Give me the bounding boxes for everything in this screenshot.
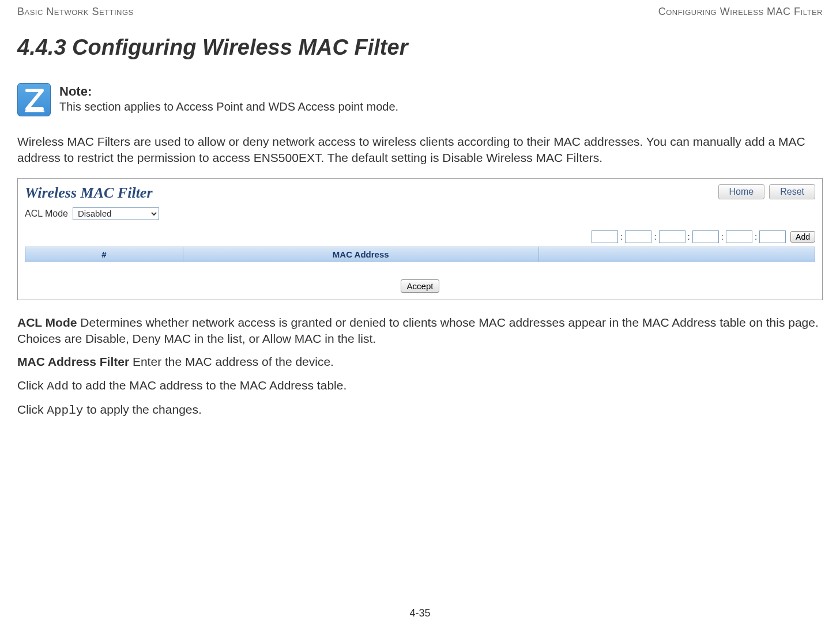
- mac-octet-1[interactable]: [592, 230, 618, 243]
- colon-separator: :: [721, 232, 724, 241]
- mac-octet-2[interactable]: [625, 230, 651, 243]
- note-block: Note: This section applies to Access Poi…: [17, 83, 823, 116]
- acl-mode-description: ACL Mode Determines whether network acce…: [17, 315, 823, 347]
- add-instruction-post: to add the MAC address to the MAC Addres…: [69, 379, 346, 392]
- mac-input-row: : : : : : Add: [25, 230, 815, 243]
- acl-mode-label: ACL Mode: [25, 209, 68, 219]
- add-button[interactable]: Add: [790, 231, 815, 243]
- header-left: Basic Network Settings: [17, 6, 134, 18]
- section-heading: 4.4.3 Configuring Wireless MAC Filter: [17, 35, 823, 60]
- acl-mode-desc-label: ACL Mode: [17, 316, 77, 329]
- note-title: Note:: [59, 84, 398, 99]
- colon-separator: :: [688, 232, 690, 241]
- intro-paragraph: Wireless MAC Filters are used to allow o…: [17, 134, 823, 167]
- mac-octet-6[interactable]: [759, 230, 786, 243]
- mac-address-table: # MAC Address: [25, 247, 815, 262]
- note-body: This section applies to Access Point and…: [59, 100, 398, 114]
- table-header-index: #: [25, 247, 183, 262]
- note-icon: [17, 83, 51, 116]
- table-header-action: [538, 247, 815, 262]
- add-instruction-mono: Add: [47, 380, 69, 393]
- mac-octet-4[interactable]: [692, 230, 719, 243]
- panel-title: Wireless MAC Filter: [25, 184, 153, 202]
- mac-octet-5[interactable]: [726, 230, 752, 243]
- accept-button[interactable]: Accept: [401, 279, 440, 293]
- mac-octet-3[interactable]: [659, 230, 685, 243]
- add-instruction: Click Add to add the MAC address to the …: [17, 377, 823, 395]
- page-number: 4-35: [0, 607, 840, 619]
- acl-mode-desc-text: Determines whether network access is gra…: [17, 316, 819, 345]
- colon-separator: :: [654, 232, 656, 241]
- home-button[interactable]: Home: [718, 184, 765, 199]
- apply-instruction-mono: Apply: [47, 404, 83, 417]
- acl-mode-select[interactable]: Disabled: [73, 207, 159, 220]
- colon-separator: :: [755, 232, 757, 241]
- apply-instruction-pre: Click: [17, 403, 47, 416]
- table-header-mac: MAC Address: [183, 247, 539, 262]
- apply-instruction: Click Apply to apply the changes.: [17, 402, 823, 419]
- add-instruction-pre: Click: [17, 379, 47, 392]
- mac-filter-desc-label: MAC Address Filter: [17, 355, 129, 368]
- mac-filter-desc-text: Enter the MAC address of the device.: [129, 355, 334, 368]
- reset-button[interactable]: Reset: [769, 184, 815, 199]
- header-right: Configuring Wireless MAC Filter: [658, 6, 823, 18]
- mac-filter-description: MAC Address Filter Enter the MAC address…: [17, 354, 823, 370]
- apply-instruction-post: to apply the changes.: [83, 403, 201, 416]
- ui-screenshot-panel: Wireless MAC Filter Home Reset ACL Mode …: [17, 178, 823, 300]
- colon-separator: :: [620, 232, 623, 241]
